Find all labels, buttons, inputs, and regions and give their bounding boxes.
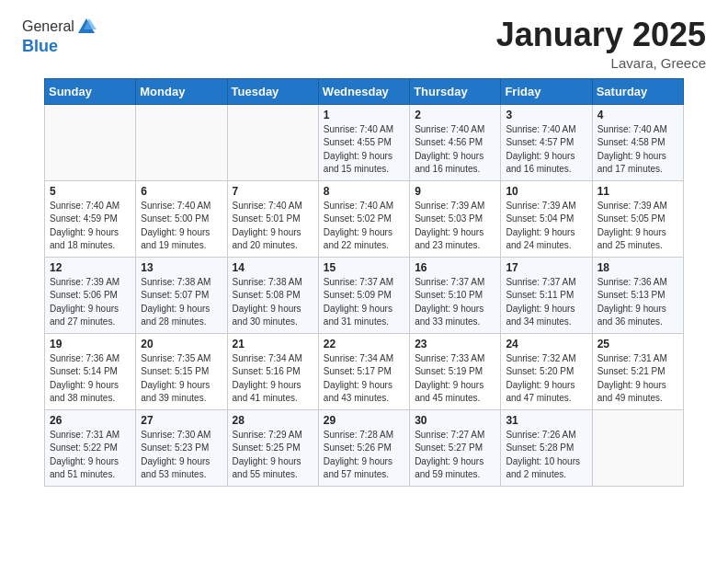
day-number: 19 <box>50 338 131 350</box>
calendar-cell <box>45 104 136 180</box>
calendar-cell: 26Sunrise: 7:31 AM Sunset: 5:22 PM Dayli… <box>45 409 136 486</box>
logo-icon <box>76 17 97 37</box>
day-info: Sunrise: 7:26 AM Sunset: 5:28 PM Dayligh… <box>506 429 586 482</box>
day-info: Sunrise: 7:40 AM Sunset: 4:55 PM Dayligh… <box>324 123 404 177</box>
calendar-wrap: SundayMondayTuesdayWednesdayThursdayFrid… <box>0 78 728 501</box>
calendar-cell: 8Sunrise: 7:40 AM Sunset: 5:02 PM Daylig… <box>318 180 409 257</box>
day-number: 13 <box>141 261 222 274</box>
page: General Blue January 2025 Lavara, Greece… <box>0 0 728 563</box>
calendar-cell: 29Sunrise: 7:28 AM Sunset: 5:26 PM Dayli… <box>318 409 409 486</box>
day-number: 12 <box>50 261 131 274</box>
day-number: 15 <box>324 261 404 274</box>
day-info: Sunrise: 7:39 AM Sunset: 5:05 PM Dayligh… <box>597 200 678 253</box>
calendar-body: 1Sunrise: 7:40 AM Sunset: 4:55 PM Daylig… <box>45 104 684 486</box>
calendar-cell: 7Sunrise: 7:40 AM Sunset: 5:01 PM Daylig… <box>227 180 318 257</box>
calendar-cell: 2Sunrise: 7:40 AM Sunset: 4:56 PM Daylig… <box>410 104 501 180</box>
day-number: 18 <box>597 261 678 274</box>
day-number: 11 <box>597 185 678 198</box>
day-number: 17 <box>506 261 586 274</box>
day-info: Sunrise: 7:40 AM Sunset: 4:59 PM Dayligh… <box>50 200 131 253</box>
day-number: 21 <box>233 338 313 350</box>
day-number: 26 <box>50 414 131 427</box>
day-number: 22 <box>324 338 404 350</box>
day-info: Sunrise: 7:35 AM Sunset: 5:15 PM Dayligh… <box>141 352 222 406</box>
day-number: 31 <box>506 414 586 427</box>
day-info: Sunrise: 7:40 AM Sunset: 5:02 PM Dayligh… <box>324 200 404 253</box>
day-number: 30 <box>415 414 495 427</box>
day-info: Sunrise: 7:28 AM Sunset: 5:26 PM Dayligh… <box>324 429 404 482</box>
header: General Blue January 2025 Lavara, Greece <box>0 0 728 78</box>
calendar-cell <box>136 104 227 180</box>
day-info: Sunrise: 7:38 AM Sunset: 5:07 PM Dayligh… <box>141 276 222 329</box>
day-info: Sunrise: 7:29 AM Sunset: 5:25 PM Dayligh… <box>233 429 313 482</box>
day-number: 5 <box>50 185 131 198</box>
day-info: Sunrise: 7:36 AM Sunset: 5:14 PM Dayligh… <box>50 352 131 406</box>
day-info: Sunrise: 7:30 AM Sunset: 5:23 PM Dayligh… <box>141 429 222 482</box>
calendar-cell: 23Sunrise: 7:33 AM Sunset: 5:19 PM Dayli… <box>410 333 501 409</box>
location: Lavara, Greece <box>496 55 706 71</box>
day-info: Sunrise: 7:39 AM Sunset: 5:03 PM Dayligh… <box>415 200 495 253</box>
day-info: Sunrise: 7:34 AM Sunset: 5:17 PM Dayligh… <box>324 352 404 406</box>
day-number: 20 <box>141 338 222 350</box>
day-number: 23 <box>415 338 495 350</box>
day-number: 2 <box>415 109 495 121</box>
calendar-cell: 10Sunrise: 7:39 AM Sunset: 5:04 PM Dayli… <box>501 180 592 257</box>
calendar-cell: 31Sunrise: 7:26 AM Sunset: 5:28 PM Dayli… <box>501 409 592 486</box>
day-number: 3 <box>506 109 586 121</box>
day-header-tuesday: Tuesday <box>227 78 318 104</box>
day-info: Sunrise: 7:39 AM Sunset: 5:06 PM Dayligh… <box>50 276 131 329</box>
calendar-cell: 25Sunrise: 7:31 AM Sunset: 5:21 PM Dayli… <box>592 333 683 409</box>
calendar-cell: 4Sunrise: 7:40 AM Sunset: 4:58 PM Daylig… <box>592 104 683 180</box>
week-row-2: 12Sunrise: 7:39 AM Sunset: 5:06 PM Dayli… <box>45 257 684 333</box>
week-row-3: 19Sunrise: 7:36 AM Sunset: 5:14 PM Dayli… <box>45 333 684 409</box>
calendar-cell: 3Sunrise: 7:40 AM Sunset: 4:57 PM Daylig… <box>501 104 592 180</box>
day-header-wednesday: Wednesday <box>318 78 409 104</box>
day-info: Sunrise: 7:39 AM Sunset: 5:04 PM Dayligh… <box>506 200 586 253</box>
calendar-cell: 16Sunrise: 7:37 AM Sunset: 5:10 PM Dayli… <box>410 257 501 333</box>
week-row-0: 1Sunrise: 7:40 AM Sunset: 4:55 PM Daylig… <box>45 104 684 180</box>
day-number: 9 <box>415 185 495 198</box>
day-info: Sunrise: 7:31 AM Sunset: 5:21 PM Dayligh… <box>597 352 678 406</box>
calendar-cell: 15Sunrise: 7:37 AM Sunset: 5:09 PM Dayli… <box>318 257 409 333</box>
calendar-cell: 6Sunrise: 7:40 AM Sunset: 5:00 PM Daylig… <box>136 180 227 257</box>
calendar-cell: 20Sunrise: 7:35 AM Sunset: 5:15 PM Dayli… <box>136 333 227 409</box>
calendar-header: SundayMondayTuesdayWednesdayThursdayFrid… <box>45 78 684 104</box>
day-info: Sunrise: 7:33 AM Sunset: 5:19 PM Dayligh… <box>415 352 495 406</box>
day-info: Sunrise: 7:31 AM Sunset: 5:22 PM Dayligh… <box>50 429 131 482</box>
calendar-cell <box>592 409 683 486</box>
day-info: Sunrise: 7:37 AM Sunset: 5:09 PM Dayligh… <box>324 276 404 329</box>
day-info: Sunrise: 7:40 AM Sunset: 4:56 PM Dayligh… <box>415 123 495 177</box>
calendar-cell <box>227 104 318 180</box>
day-number: 6 <box>141 185 222 198</box>
calendar-cell: 13Sunrise: 7:38 AM Sunset: 5:07 PM Dayli… <box>136 257 227 333</box>
day-info: Sunrise: 7:34 AM Sunset: 5:16 PM Dayligh… <box>233 352 313 406</box>
calendar-cell: 28Sunrise: 7:29 AM Sunset: 5:25 PM Dayli… <box>227 409 318 486</box>
calendar-cell: 27Sunrise: 7:30 AM Sunset: 5:23 PM Dayli… <box>136 409 227 486</box>
day-header-thursday: Thursday <box>410 78 501 104</box>
day-number: 16 <box>415 261 495 274</box>
calendar-cell: 22Sunrise: 7:34 AM Sunset: 5:17 PM Dayli… <box>318 333 409 409</box>
day-number: 1 <box>324 109 404 121</box>
day-info: Sunrise: 7:40 AM Sunset: 5:01 PM Dayligh… <box>233 200 313 253</box>
day-number: 27 <box>141 414 222 427</box>
day-info: Sunrise: 7:40 AM Sunset: 4:57 PM Dayligh… <box>506 123 586 177</box>
calendar-cell: 21Sunrise: 7:34 AM Sunset: 5:16 PM Dayli… <box>227 333 318 409</box>
day-number: 8 <box>324 185 404 198</box>
day-info: Sunrise: 7:27 AM Sunset: 5:27 PM Dayligh… <box>415 429 495 482</box>
calendar-cell: 11Sunrise: 7:39 AM Sunset: 5:05 PM Dayli… <box>592 180 683 257</box>
logo-general-text: General <box>22 18 74 35</box>
week-row-4: 26Sunrise: 7:31 AM Sunset: 5:22 PM Dayli… <box>45 409 684 486</box>
day-info: Sunrise: 7:38 AM Sunset: 5:08 PM Dayligh… <box>233 276 313 329</box>
day-info: Sunrise: 7:40 AM Sunset: 4:58 PM Dayligh… <box>597 123 678 177</box>
month-title: January 2025 <box>496 17 706 53</box>
calendar-cell: 12Sunrise: 7:39 AM Sunset: 5:06 PM Dayli… <box>45 257 136 333</box>
day-number: 14 <box>233 261 313 274</box>
calendar-cell: 9Sunrise: 7:39 AM Sunset: 5:03 PM Daylig… <box>410 180 501 257</box>
day-number: 29 <box>324 414 404 427</box>
calendar-cell: 24Sunrise: 7:32 AM Sunset: 5:20 PM Dayli… <box>501 333 592 409</box>
day-header-sunday: Sunday <box>45 78 136 104</box>
calendar-cell: 18Sunrise: 7:36 AM Sunset: 5:13 PM Dayli… <box>592 257 683 333</box>
calendar-cell: 30Sunrise: 7:27 AM Sunset: 5:27 PM Dayli… <box>410 409 501 486</box>
week-row-1: 5Sunrise: 7:40 AM Sunset: 4:59 PM Daylig… <box>45 180 684 257</box>
title-block: January 2025 Lavara, Greece <box>496 17 706 71</box>
